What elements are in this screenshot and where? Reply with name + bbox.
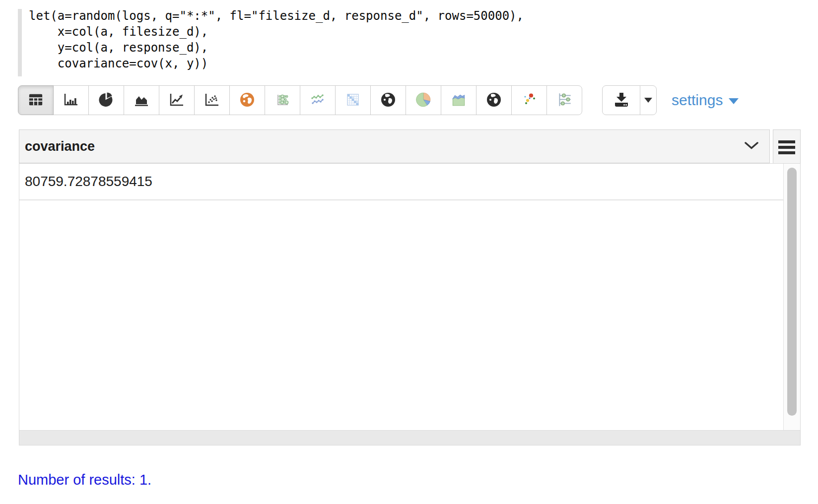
table-icon bbox=[28, 92, 43, 109]
bubble-matrix-icon bbox=[274, 92, 290, 109]
notebook-paragraph: let(a=random(logs, q="*:*", fl="filesize… bbox=[0, 0, 818, 504]
scatter-colored-button[interactable] bbox=[511, 85, 547, 115]
multi-line-chart-button[interactable] bbox=[300, 85, 336, 115]
code-line[interactable]: y=col(a, response_d), bbox=[29, 40, 614, 56]
code-gutter-bar bbox=[18, 9, 22, 76]
code-line[interactable]: let(a=random(logs, q="*:*", fl="filesize… bbox=[29, 8, 614, 24]
pie-chart-icon bbox=[98, 92, 114, 109]
result-table-panel: covariance 80759.72878559415 bbox=[19, 129, 801, 445]
heatmap-button[interactable] bbox=[335, 85, 371, 115]
area-colored-icon bbox=[450, 91, 467, 110]
download-options-button[interactable] bbox=[640, 85, 657, 115]
visualization-toolbar: settings bbox=[18, 85, 739, 115]
line-chart-button[interactable] bbox=[159, 85, 195, 115]
pie-colored-icon bbox=[415, 91, 432, 110]
scatter-chart-button[interactable] bbox=[194, 85, 230, 115]
horizontal-scrollbar[interactable] bbox=[19, 430, 800, 445]
code-line[interactable]: x=col(a, filesize_d), bbox=[29, 24, 614, 40]
settings-caret-icon bbox=[729, 98, 739, 104]
area-chart-icon bbox=[134, 92, 149, 109]
table-row[interactable]: 80759.72878559415 bbox=[19, 164, 783, 200]
scatter-chart-icon bbox=[204, 92, 220, 109]
code-line[interactable]: covariance=cov(x, y)) bbox=[29, 56, 614, 71]
bubble-matrix-button[interactable] bbox=[265, 85, 300, 115]
chart-type-button-group bbox=[18, 85, 582, 115]
hamburger-menu-icon bbox=[778, 138, 795, 157]
bar-chart-button[interactable] bbox=[53, 85, 89, 115]
globe-button[interactable] bbox=[370, 85, 406, 115]
heatmap-icon bbox=[345, 92, 361, 109]
parallel-plot-icon bbox=[556, 91, 573, 110]
area-chart-button[interactable] bbox=[124, 85, 159, 115]
pie-chart-button[interactable] bbox=[88, 85, 124, 115]
map-globe-orange-icon bbox=[239, 92, 255, 109]
globe2-button[interactable] bbox=[476, 85, 512, 115]
download-icon bbox=[613, 91, 630, 110]
download-button-group bbox=[602, 85, 657, 115]
table-button[interactable] bbox=[18, 85, 54, 115]
table-body: 80759.72878559415 bbox=[19, 163, 801, 445]
column-header-cell[interactable]: covariance bbox=[19, 129, 770, 163]
globe-black-icon bbox=[380, 92, 396, 109]
code-editor[interactable]: let(a=random(logs, q="*:*", fl="filesize… bbox=[18, 8, 614, 71]
scatter-colored-icon bbox=[521, 92, 537, 109]
area-colored-button[interactable] bbox=[441, 85, 477, 115]
chevron-down-icon[interactable] bbox=[744, 141, 759, 152]
table-menu-button[interactable] bbox=[773, 129, 801, 165]
vertical-scrollbar[interactable] bbox=[783, 164, 800, 431]
settings-label: settings bbox=[672, 92, 723, 109]
parallel-plot-button[interactable] bbox=[546, 85, 582, 115]
pie-colored-button[interactable] bbox=[406, 85, 441, 115]
globe2-black-icon bbox=[486, 92, 502, 109]
multi-line-chart-icon bbox=[310, 92, 326, 109]
settings-toggle[interactable]: settings bbox=[672, 85, 739, 115]
map-button[interactable] bbox=[229, 85, 265, 115]
vertical-scrollbar-thumb[interactable] bbox=[787, 168, 797, 416]
column-header-label: covariance bbox=[25, 139, 95, 154]
results-count-text: Number of results: 1. bbox=[18, 472, 151, 488]
caret-down-icon bbox=[644, 98, 652, 103]
line-chart-icon bbox=[169, 92, 185, 109]
bar-chart-icon bbox=[63, 92, 79, 109]
download-button[interactable] bbox=[602, 85, 640, 115]
